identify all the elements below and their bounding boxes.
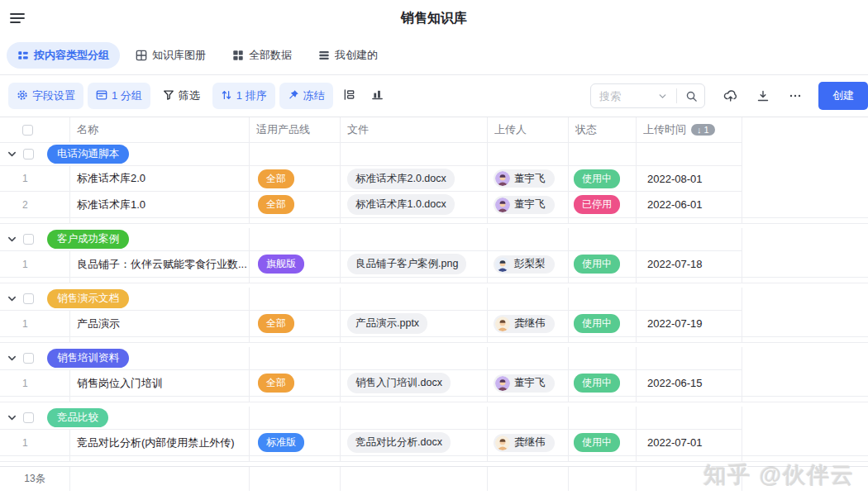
name-cell[interactable]: 竞品对比分析(内部使用禁止外传) <box>70 430 250 455</box>
status-cell[interactable]: 使用中 <box>569 430 637 455</box>
statistics-button[interactable] <box>365 83 389 109</box>
status-cell[interactable]: 使用中 <box>569 311 637 336</box>
upload-time-cell[interactable]: 2022-06-15 <box>637 370 742 396</box>
group-divider-strip <box>0 455 868 462</box>
upload-time-cell[interactable]: 2022-07-19 <box>637 311 742 336</box>
filter-button[interactable]: 筛选 <box>155 83 208 109</box>
group-header-row: 客户成功案例 <box>0 228 868 251</box>
product-line-cell[interactable]: 全部 <box>250 166 341 192</box>
status-cell[interactable]: 使用中 <box>569 166 637 192</box>
search-icon[interactable] <box>679 90 704 102</box>
group-checkbox[interactable] <box>23 149 34 159</box>
row-number-cell: 1 <box>0 251 70 277</box>
grid-view-icon <box>232 50 244 61</box>
name-cell[interactable]: 产品演示 <box>70 311 250 336</box>
tab-group-by-content-type[interactable]: 按内容类型分组 <box>7 42 120 69</box>
status-cell[interactable]: 使用中 <box>569 370 637 396</box>
name-cell[interactable]: 销售岗位入门培训 <box>70 370 250 396</box>
product-line-cell[interactable]: 全部 <box>250 370 341 396</box>
uploader-cell[interactable]: 龚继伟 <box>488 311 569 336</box>
column-header-name[interactable]: 名称 <box>70 117 250 143</box>
upload-time-cell[interactable]: 2022-08-01 <box>637 166 742 192</box>
row-height-button[interactable] <box>337 83 361 109</box>
column-header-product-line[interactable]: 适用产品线 <box>250 117 341 143</box>
chevron-down-icon[interactable] <box>7 412 17 423</box>
more-options-icon[interactable] <box>781 84 809 107</box>
upload-time-cell[interactable]: 2022-07-01 <box>637 430 742 455</box>
chevron-down-icon[interactable] <box>7 293 17 304</box>
name-cell[interactable]: 标准话术库1.0 <box>70 192 250 217</box>
group-button[interactable]: 1 分组 <box>88 83 150 109</box>
tab-all-data[interactable]: 全部数据 <box>222 42 303 69</box>
name-cell[interactable]: 标准话术库2.0 <box>70 166 250 192</box>
row-number: 1 <box>0 318 69 330</box>
select-all-checkbox[interactable] <box>22 125 33 136</box>
status-cell[interactable]: 使用中 <box>569 251 637 277</box>
download-icon[interactable] <box>749 84 777 107</box>
table-row: 1良品铺子：伙伴云赋能零食行业数...旗舰版良品铺子客户案例.png彭梨梨使用中… <box>0 251 868 277</box>
uploader-cell[interactable]: 董宇飞 <box>488 192 569 217</box>
uploader-name: 彭梨梨 <box>514 257 546 271</box>
search-input[interactable] <box>591 90 651 102</box>
status-badge: 使用中 <box>574 433 620 452</box>
group-checkbox[interactable] <box>23 234 34 245</box>
upload-icon[interactable] <box>716 84 745 108</box>
uploader-cell[interactable]: 董宇飞 <box>488 166 569 192</box>
hamburger-menu-icon[interactable] <box>10 12 25 24</box>
file-cell[interactable]: 销售入门培训.docx <box>341 370 488 396</box>
row-height-icon <box>343 88 355 103</box>
file-chip: 产品演示.pptx <box>347 313 427 334</box>
file-chip: 标准话术库2.0.docx <box>347 169 455 189</box>
name-cell[interactable]: 良品铺子：伙伴云赋能零食行业数... <box>70 251 250 277</box>
chevron-down-icon[interactable] <box>651 91 675 102</box>
chevron-down-icon[interactable] <box>7 149 17 159</box>
sort-button[interactable]: 1 排序 <box>212 83 275 109</box>
group-checkbox[interactable] <box>23 353 34 364</box>
chevron-down-icon[interactable] <box>7 234 17 245</box>
product-line-badge: 全部 <box>258 374 294 393</box>
column-header-file[interactable]: 文件 <box>341 117 488 143</box>
uploader-cell[interactable]: 董宇飞 <box>488 370 569 396</box>
group-checkbox[interactable] <box>23 412 34 423</box>
file-cell[interactable]: 竞品对比分析.docx <box>341 430 488 455</box>
product-line-cell[interactable]: 全部 <box>250 311 341 336</box>
upload-time-cell[interactable]: 2022-06-01 <box>637 192 742 217</box>
group-badge: 客户成功案例 <box>47 230 129 249</box>
status-badge: 使用中 <box>574 374 620 393</box>
product-line-cell[interactable]: 标准版 <box>250 430 341 455</box>
file-cell[interactable]: 产品演示.pptx <box>341 311 488 336</box>
tab-kb-gallery[interactable]: 知识库图册 <box>125 42 217 69</box>
row-number: 1 <box>0 173 69 184</box>
uploader-name: 董宇飞 <box>514 376 546 390</box>
uploader-cell[interactable]: 龚继伟 <box>488 430 569 455</box>
row-number: 1 <box>0 378 69 389</box>
row-number: 2 <box>0 199 69 211</box>
group-header-cell: 电话沟通脚本 <box>0 143 250 166</box>
uploader-name: 龚继伟 <box>514 436 546 450</box>
chevron-down-icon[interactable] <box>7 353 17 364</box>
freeze-button[interactable]: 冻结 <box>279 83 333 109</box>
column-header-status[interactable]: 状态 <box>569 117 637 143</box>
product-line-cell[interactable]: 全部 <box>250 192 341 217</box>
status-cell[interactable]: 已停用 <box>569 192 637 217</box>
file-cell[interactable]: 良品铺子客户案例.png <box>341 251 488 277</box>
create-button[interactable]: 创建 <box>818 82 868 110</box>
column-header-upload-time[interactable]: 上传时间↓ 1 <box>637 117 742 143</box>
table-row: 1竞品对比分析(内部使用禁止外传)标准版竞品对比分析.docx龚继伟使用中202… <box>0 430 868 455</box>
uploader-chip: 彭梨梨 <box>494 255 555 274</box>
product-line-badge: 标准版 <box>258 433 304 452</box>
sort-badge: ↓ 1 <box>691 124 715 136</box>
product-line-cell[interactable]: 旗舰版 <box>250 251 341 277</box>
group-checkbox[interactable] <box>23 293 34 304</box>
upload-time-cell[interactable]: 2022-07-18 <box>637 251 742 277</box>
column-header-uploader[interactable]: 上传人 <box>488 117 569 143</box>
uploader-cell[interactable]: 彭梨梨 <box>488 251 569 277</box>
top-bar: 销售知识库 <box>0 0 868 36</box>
file-cell[interactable]: 标准话术库2.0.docx <box>341 166 488 192</box>
field-settings-button[interactable]: 字段设置 <box>8 83 83 109</box>
product-line-badge: 全部 <box>258 195 294 214</box>
uploader-name: 董宇飞 <box>514 172 546 186</box>
uploader-chip: 董宇飞 <box>494 196 555 214</box>
tab-created-by-me[interactable]: 我创建的 <box>308 42 389 69</box>
file-cell[interactable]: 标准话术库1.0.docx <box>341 192 488 217</box>
